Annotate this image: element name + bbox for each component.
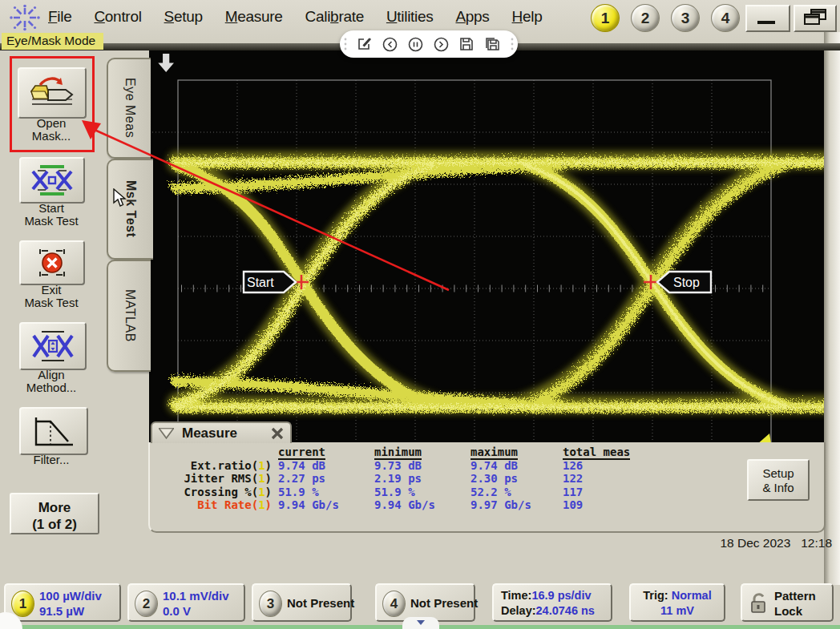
scope-application-window: File Control Setup Measure Calibrate Uti… [0, 0, 840, 629]
trigger-button[interactable]: Trig: Normal 11 mV [629, 583, 725, 622]
start-mask-test-button[interactable] [19, 157, 85, 204]
agilent-starburst-icon [6, 4, 43, 31]
trigger-level: 11 mV [631, 603, 724, 619]
annotation-highlight-box [10, 56, 95, 152]
marker-overlay: Start Stop [149, 50, 824, 449]
timebase-scale: Time:16.9 ps/div [501, 588, 611, 603]
quick-button-3[interactable]: 3 [671, 4, 700, 32]
minimize-button[interactable] [745, 5, 790, 32]
mouse-cursor [113, 188, 129, 208]
start-mask-test-icon [30, 164, 75, 196]
quick-button-1[interactable]: 1 [591, 4, 620, 32]
channel-3-badge: 3 [259, 591, 282, 617]
start-marker-flag[interactable]: Start [244, 272, 296, 292]
step-back-icon[interactable] [382, 37, 398, 52]
align-method-button[interactable] [19, 322, 87, 370]
overlay-recorder-toolbar [340, 30, 518, 58]
menu-utilities[interactable]: Utilities [386, 8, 434, 26]
mode-label: Eye/Mask Mode [2, 33, 103, 50]
padlock-open-icon [749, 592, 769, 615]
restore-window-icon [795, 6, 835, 27]
drag-handle-icon[interactable] [344, 38, 347, 50]
channel-3-button[interactable]: 3 Not Present [252, 583, 352, 622]
exit-mask-test-icon [30, 248, 74, 278]
channel-1-badge: 1 [11, 591, 34, 617]
save-icon[interactable] [459, 37, 474, 51]
exit-mask-test-label: ExitMask Test [0, 284, 103, 309]
menu-items: File Control Setup Measure Calibrate Uti… [48, 8, 542, 26]
pattern-lock-button[interactable]: PatternLock [741, 583, 834, 622]
channel-3-status: Not Present [287, 595, 354, 611]
channel-4-badge: 4 [382, 591, 406, 617]
filter-icon [30, 414, 78, 448]
drag-handle-icon[interactable] [511, 38, 514, 50]
screen-right-bezel [824, 32, 840, 585]
timebase-delay: Delay:24.0746 ns [501, 603, 611, 619]
save-all-icon[interactable] [484, 37, 500, 51]
channel-2-button[interactable]: 2 10.1 mV/div0.0 V [127, 583, 245, 622]
channel-1-scale: 100 µW/div91.5 µW [39, 588, 102, 619]
quick-button-4[interactable]: 4 [711, 4, 740, 32]
stop-marker-flag[interactable]: Stop [657, 272, 711, 292]
menu-measure[interactable]: Measure [225, 8, 283, 26]
measure-row-crossing: Crossing %(1) 51.9 % 51.9 % 52.2 % 117 [156, 486, 824, 499]
start-mask-test-label: StartMask Test [0, 202, 103, 228]
svg-text:Start: Start [247, 276, 274, 289]
minimize-icon [747, 6, 785, 27]
exit-mask-test-button[interactable] [19, 240, 85, 285]
menu-control[interactable]: Control [94, 8, 141, 26]
pause-icon[interactable] [408, 37, 423, 52]
menu-calibrate[interactable]: Calibrate [305, 8, 364, 26]
tab-eye-meas[interactable]: Eye Meas [107, 58, 151, 159]
menu-apps[interactable]: Apps [455, 8, 489, 26]
measure-results-panel: current minimum maximum total meas Ext.r… [148, 442, 826, 533]
channel-2-badge: 2 [135, 591, 158, 617]
svg-text:Stop: Stop [673, 276, 700, 289]
restore-button[interactable] [794, 5, 837, 32]
measure-header-row: current minimum maximum total meas [156, 446, 824, 459]
menu-setup[interactable]: Setup [164, 8, 203, 26]
channel-4-button[interactable]: 4 Not Present [375, 583, 475, 622]
tab-matlab[interactable]: MATLAB [107, 260, 151, 372]
more-pages-button[interactable]: More(1 of 2) [10, 493, 99, 534]
align-method-label: AlignMethod... [0, 369, 103, 394]
measure-row-ext-ratio: Ext.ratio(1) 9.74 dB 9.73 dB 9.74 dB 126 [156, 459, 824, 473]
channel-1-button[interactable]: 1 100 µW/div91.5 µW [4, 583, 121, 622]
pattern-lock-label: PatternLock [774, 588, 816, 619]
chevron-down-icon [417, 620, 425, 626]
channel-2-scale: 10.1 mV/div0.0 V [163, 588, 229, 619]
measure-row-jitter-rms: Jitter RMS(1) 2.27 ps 2.19 ps 2.30 ps 12… [156, 472, 824, 486]
setup-info-button[interactable]: Setup & Info [747, 459, 810, 501]
filter-button[interactable] [19, 407, 88, 455]
edit-icon[interactable] [357, 37, 372, 51]
filter-label: Filter... [0, 454, 103, 466]
measure-panel-tab[interactable]: Measure [151, 421, 292, 443]
menu-file[interactable]: File [48, 8, 71, 26]
overlay-pull-tab[interactable] [402, 617, 439, 629]
trigger-mode: Trig: Normal [631, 588, 724, 603]
datetime-display: 18 Dec 2023 12:18 [633, 536, 832, 550]
timebase-button[interactable]: Time:16.9 ps/div Delay:24.0746 ns [492, 583, 612, 622]
close-icon[interactable] [271, 427, 284, 440]
measure-panel-title: Measure [182, 425, 263, 442]
menu-help[interactable]: Help [512, 8, 543, 26]
measure-row-bit-rate: Bit Rate(1) 9.94 Gb/s 9.94 Gb/s 9.97 Gb/… [156, 498, 824, 512]
align-method-icon [30, 329, 76, 363]
waveform-display: Start Stop [149, 50, 824, 449]
collapse-triangle-icon[interactable] [159, 428, 174, 439]
step-forward-icon[interactable] [434, 37, 449, 52]
channel-4-status: Not Present [410, 595, 478, 611]
quick-button-2[interactable]: 2 [631, 4, 660, 32]
tab-mask-test[interactable]: Msk Test [107, 159, 153, 260]
